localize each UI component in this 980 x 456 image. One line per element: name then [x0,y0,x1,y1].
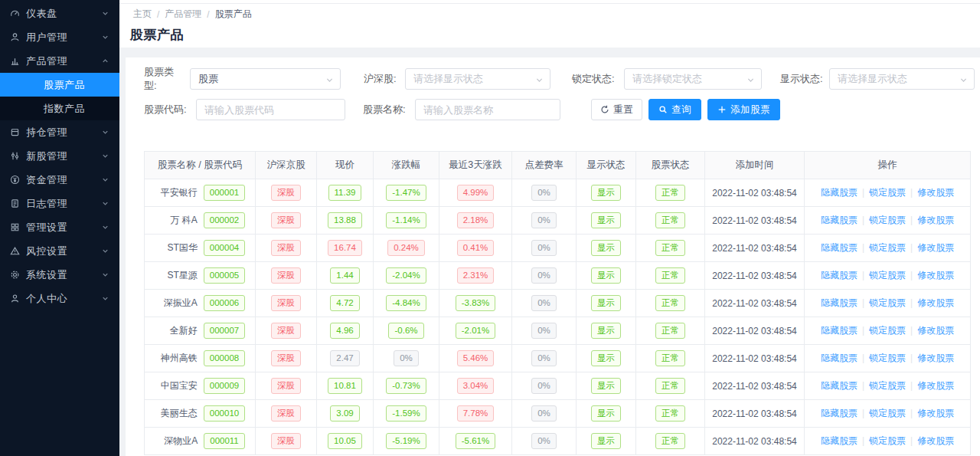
status-cell: 正常 [636,400,705,428]
sidebar-item-admin-settings[interactable]: 管理设置 [0,215,119,239]
added-time-cell: 2022-11-02 03:48:54 [705,235,805,262]
table-row: 美丽生态000010深股3.09-1.59%7.78%0%显示正常2022-11… [145,400,971,428]
reset-button[interactable]: 重置 [591,99,642,120]
products-icon [10,56,21,67]
search-button[interactable]: 查询 [648,99,701,120]
hide-stock-link[interactable]: 隐藏股票 [821,353,858,363]
breadcrumb-item[interactable]: 产品管理 [165,8,201,21]
lock-stock-link[interactable]: 锁定股票 [869,270,906,280]
hide-stock-link[interactable]: 隐藏股票 [821,408,858,418]
hide-stock-link[interactable]: 隐藏股票 [821,270,858,280]
spread-rate-badge: 0% [531,185,557,200]
sidebar-item-product-mgmt[interactable]: 产品管理 [0,49,119,73]
lock-stock-link[interactable]: 锁定股票 [869,380,906,391]
sidebar-item-index-products[interactable]: 指数产品 [0,97,119,120]
sidebar-item-risk-settings[interactable]: 风控设置 [0,239,119,263]
hide-stock-link[interactable]: 隐藏股票 [821,187,858,198]
sidebar-item-ipo-mgmt[interactable]: 新股管理 [0,144,119,168]
stock-code-label: 股票代码: [144,103,190,116]
hide-stock-link[interactable]: 隐藏股票 [821,325,858,336]
market-cell: 深股 [256,317,317,345]
sidebar-item-funds-mgmt[interactable]: 资金管理 [0,168,119,192]
display-cell: 显示 [577,400,636,428]
stock-type-select[interactable]: 股票 [190,68,341,90]
sidebar-item-label: 用户管理 [26,31,101,44]
sidebar-nav: 仪表盘用户管理产品管理股票产品指数产品持仓管理新股管理资金管理日志管理管理设置风… [0,2,119,310]
lock-stock-link[interactable]: 锁定股票 [869,353,906,363]
sidebar-item-user-mgmt[interactable]: 用户管理 [0,25,119,49]
stock-name-input[interactable] [415,99,560,120]
display-status-select[interactable]: 请选择显示状态 [829,68,975,90]
market-badge: 深股 [271,295,301,310]
hide-stock-link[interactable]: 隐藏股票 [821,435,858,446]
filter-stock-type: 股票类型: 股票 [144,65,364,93]
stock-code-input[interactable] [196,99,345,120]
spread-rate-badge: 0% [531,433,557,448]
hide-stock-link[interactable]: 隐藏股票 [821,380,858,391]
change-3d-badge: 4.99% [457,185,495,200]
edit-stock-link[interactable]: 修改股票 [917,297,954,308]
lock-stock-link[interactable]: 锁定股票 [869,242,906,253]
plus-icon [717,105,727,114]
edit-stock-link[interactable]: 修改股票 [917,215,954,225]
sidebar-item-label: 股票产品 [44,78,85,92]
lock-status-select[interactable]: 请选择锁定状态 [624,68,762,90]
hide-stock-link[interactable]: 隐藏股票 [821,242,858,253]
table-body: 平安银行000001深股11.39-1.47%4.99%0%显示正常2022-1… [145,179,971,455]
lock-stock-link[interactable]: 锁定股票 [869,187,906,198]
edit-stock-link[interactable]: 修改股票 [917,435,954,446]
stock-name-cell: 深物业A000011 [145,428,256,455]
chevron-down-icon [746,75,756,84]
lock-stock-link[interactable]: 锁定股票 [869,325,906,336]
display-status-badge: 显示 [591,295,621,310]
sidebar-item-log-mgmt[interactable]: 日志管理 [0,192,119,215]
sidebar-item-system-settings[interactable]: 系统设置 [0,263,119,287]
change-badge: -5.19% [386,433,426,448]
price-cell: 10.05 [317,428,374,455]
profile-icon [10,294,21,304]
hs-market-select[interactable]: 请选择显示状态 [405,68,550,90]
lock-stock-link[interactable]: 锁定股票 [869,435,906,446]
market-cell: 深股 [256,400,317,428]
sidebar-item-label: 仪表盘 [26,7,101,21]
ipo-icon [10,151,21,162]
filter-lock-status: 锁定状态: 请选择锁定状态 [572,68,780,90]
search-icon [658,105,668,114]
edit-stock-link[interactable]: 修改股票 [917,270,954,280]
change-cell: -5.19% [374,428,439,455]
sidebar-item-profile[interactable]: 个人中心 [0,287,119,310]
market-cell: 深股 [256,262,317,290]
change-badge: -0.73% [386,378,426,393]
lock-stock-link[interactable]: 锁定股票 [869,215,906,225]
sidebar-item-position-mgmt[interactable]: 持仓管理 [0,120,119,144]
sidebar-item-stock-products[interactable]: 股票产品 [0,73,119,97]
column-header: 显示状态 [577,152,636,179]
stock-code-badge: 000005 [204,267,245,283]
stock-status-badge: 正常 [655,240,685,255]
edit-stock-link[interactable]: 修改股票 [917,325,954,336]
hide-stock-link[interactable]: 隐藏股票 [821,297,858,308]
edit-stock-link[interactable]: 修改股票 [917,242,954,253]
market-badge: 深股 [271,212,301,228]
edit-stock-link[interactable]: 修改股票 [917,187,954,198]
change3d-cell: -3.83% [439,290,512,317]
edit-stock-link[interactable]: 修改股票 [917,408,954,418]
market-badge: 深股 [271,267,301,283]
display-status-badge: 显示 [591,267,621,283]
add-stock-button[interactable]: 添加股票 [707,99,780,120]
stock-code-badge: 000006 [204,295,245,310]
lock-stock-link[interactable]: 锁定股票 [869,408,906,418]
action-separator: | [910,270,913,280]
edit-stock-link[interactable]: 修改股票 [917,380,954,391]
hs-market-label: 沪深股: [364,72,399,86]
column-header: 股票状态 [636,152,705,179]
breadcrumb-item[interactable]: 主页 [133,8,152,21]
change-3d-badge: 0.41% [457,240,495,255]
hide-stock-link[interactable]: 隐藏股票 [821,215,858,225]
status-cell: 正常 [636,235,705,262]
sidebar-item-dashboard[interactable]: 仪表盘 [0,2,119,25]
display-status-badge: 显示 [591,323,621,338]
stock-code-badge: 000001 [204,185,245,200]
edit-stock-link[interactable]: 修改股票 [917,353,954,363]
lock-stock-link[interactable]: 锁定股票 [869,297,906,308]
